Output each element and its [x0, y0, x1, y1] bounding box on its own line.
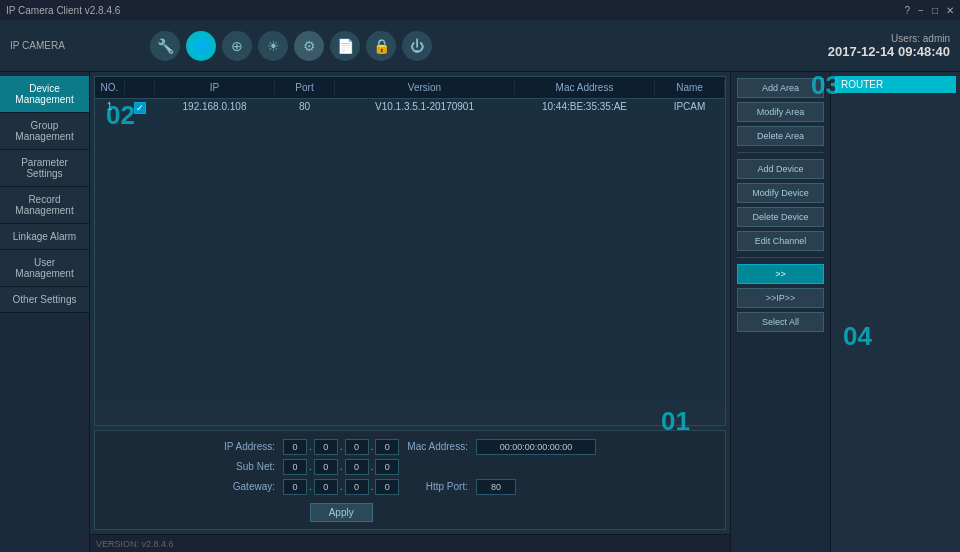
ip-dot-2: . — [340, 441, 343, 452]
toolbar-icon-power[interactable]: ⏻ — [402, 31, 432, 61]
search-ip-button[interactable]: >>IP>> — [737, 288, 824, 308]
toolbar-icon-doc[interactable]: 📄 — [330, 31, 360, 61]
http-port-label: Http Port: — [407, 481, 468, 492]
sidebar-item-device-management[interactable]: Device Management — [0, 76, 89, 113]
table-row[interactable]: 1 ✓ 192.168.0.108 80 V10.1.3.5.1-2017090… — [95, 99, 725, 117]
toolbar-icon-settings[interactable]: 🔧 — [150, 31, 180, 61]
ip-octet-2[interactable] — [314, 439, 338, 455]
table-row-empty — [95, 153, 725, 171]
gateway-label: Gateway: — [224, 481, 275, 492]
subnet-dot-2: . — [340, 461, 343, 472]
version-bar: VERSION: v2.8.4.6 — [90, 534, 730, 552]
toolbar-icons: 🔧 🌐 ⊕ ☀ ⚙ 📄 🔒 ⏻ — [150, 31, 828, 61]
checkbox[interactable]: ✓ — [134, 102, 146, 114]
th-port: Port — [275, 80, 335, 95]
mac-address-input[interactable] — [476, 439, 596, 455]
ip-octet-4[interactable] — [375, 439, 399, 455]
toolbar-icon-sun[interactable]: ☀ — [258, 31, 288, 61]
modify-area-button[interactable]: Modify Area — [737, 102, 824, 122]
maximize-button[interactable]: □ — [932, 5, 938, 16]
toolbar-icon-gear[interactable]: ⚙ — [294, 31, 324, 61]
separator-1 — [737, 152, 824, 153]
gateway-dot-1: . — [309, 481, 312, 492]
apply-button-cell: Apply — [283, 499, 399, 522]
table-row-empty — [95, 315, 725, 333]
table-row-empty — [95, 387, 725, 405]
td-ip: 192.168.0.108 — [155, 99, 275, 116]
gateway-octet-1[interactable] — [283, 479, 307, 495]
table-row-empty — [95, 171, 725, 189]
http-port-input-group — [476, 479, 596, 495]
help-button[interactable]: ? — [905, 5, 911, 16]
sidebar-item-group-management[interactable]: Group Management — [0, 113, 89, 150]
bottom-form: IP Address: . . . Mac Address: Sub — [224, 439, 596, 522]
sidebar-item-record-management[interactable]: Record Management — [0, 187, 89, 224]
th-no: NO. — [95, 80, 125, 95]
main: Device Management Group Management Param… — [0, 72, 960, 552]
th-mac: Mac Address — [515, 80, 655, 95]
select-all-button[interactable]: Select All — [737, 312, 824, 332]
modify-device-button[interactable]: Modify Device — [737, 183, 824, 203]
search-button[interactable]: >> — [737, 264, 824, 284]
th-version: Version — [335, 80, 515, 95]
ip-address-input-group: . . . — [283, 439, 399, 455]
table-row-empty — [95, 189, 725, 207]
subnet-octet-2[interactable] — [314, 459, 338, 475]
table-row-empty — [95, 369, 725, 387]
sidebar-item-parameter-settings[interactable]: Parameter Settings — [0, 150, 89, 187]
close-button[interactable]: ✕ — [946, 5, 954, 16]
table-row-empty — [95, 261, 725, 279]
datetime: 2017-12-14 09:48:40 — [828, 44, 950, 59]
td-check[interactable]: ✓ — [125, 99, 155, 116]
sidebar-item-user-management[interactable]: User Management — [0, 250, 89, 287]
gateway-dot-3: . — [371, 481, 374, 492]
content-wrapper: NO. IP Port Version Mac Address Name 1 ✓ — [90, 72, 730, 552]
minimize-button[interactable]: − — [918, 5, 924, 16]
table-header: NO. IP Port Version Mac Address Name — [95, 77, 725, 99]
td-port: 80 — [275, 99, 335, 116]
content: NO. IP Port Version Mac Address Name 1 ✓ — [90, 72, 730, 534]
delete-device-button[interactable]: Delete Device — [737, 207, 824, 227]
th-ip: IP — [155, 80, 275, 95]
user-label: Users: admin — [828, 33, 950, 44]
apply-button[interactable]: Apply — [310, 503, 373, 522]
separator-2 — [737, 257, 824, 258]
subnet-octet-4[interactable] — [375, 459, 399, 475]
version-label: VERSION: v2.8.4.6 — [96, 539, 174, 549]
th-name: Name — [655, 80, 725, 95]
right-panel: Add Area Modify Area Delete Area Add Dev… — [730, 72, 830, 552]
toolbar-icon-network[interactable]: 🌐 — [186, 31, 216, 61]
mac-address-input-group — [476, 439, 596, 455]
gateway-octet-3[interactable] — [345, 479, 369, 495]
table-row-empty — [95, 297, 725, 315]
toolbar-icon-lock[interactable]: 🔒 — [366, 31, 396, 61]
add-area-button[interactable]: Add Area — [737, 78, 824, 98]
table-row-empty — [95, 351, 725, 369]
tree-header: ROUTER — [835, 76, 956, 93]
toolbar-icon-add[interactable]: ⊕ — [222, 31, 252, 61]
app-title: IP Camera Client v2.8.4.6 — [6, 5, 120, 16]
sidebar-item-linkage-alarm[interactable]: Linkage Alarm — [0, 224, 89, 250]
table-row-empty — [95, 117, 725, 135]
table-row-empty — [95, 225, 725, 243]
subnet-octet-3[interactable] — [345, 459, 369, 475]
http-port-input[interactable] — [476, 479, 516, 495]
gateway-octet-4[interactable] — [375, 479, 399, 495]
ip-octet-3[interactable] — [345, 439, 369, 455]
sidebar-item-other-settings[interactable]: Other Settings — [0, 287, 89, 313]
tree-header-label: ROUTER — [841, 79, 883, 90]
table-row-empty — [95, 207, 725, 225]
subnet-input-group: . . . — [283, 459, 399, 475]
add-device-button[interactable]: Add Device — [737, 159, 824, 179]
ip-octet-1[interactable] — [283, 439, 307, 455]
gateway-octet-2[interactable] — [314, 479, 338, 495]
th-check — [125, 80, 155, 95]
subnet-dot-1: . — [309, 461, 312, 472]
edit-channel-button[interactable]: Edit Channel — [737, 231, 824, 251]
table-row-empty — [95, 135, 725, 153]
gateway-input-group: . . . — [283, 479, 399, 495]
delete-area-button[interactable]: Delete Area — [737, 126, 824, 146]
subnet-octet-1[interactable] — [283, 459, 307, 475]
sidebar: Device Management Group Management Param… — [0, 72, 90, 552]
device-table-area: NO. IP Port Version Mac Address Name 1 ✓ — [94, 76, 726, 426]
